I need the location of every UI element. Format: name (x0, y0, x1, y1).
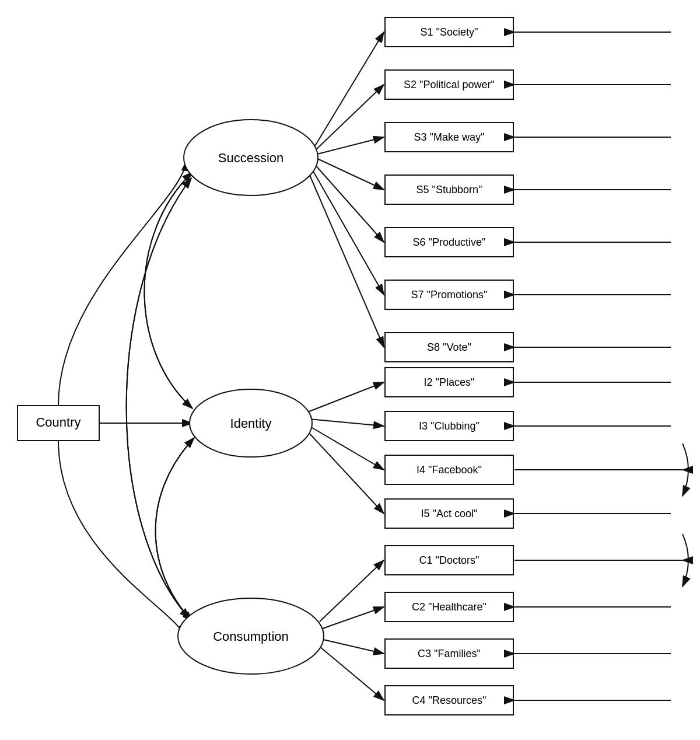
cons-to-c4 (320, 647, 384, 700)
s3-label: S3 "Make way" (414, 131, 485, 143)
s1-label: S1 "Society" (421, 26, 478, 38)
ident-to-i3 (309, 419, 384, 426)
c2-label: C2 "Healthcare" (412, 601, 487, 613)
succ-to-s6 (314, 163, 384, 242)
country-label: Country (36, 415, 80, 430)
i4-label: I4 "Facebook" (416, 464, 482, 476)
country-to-consumption (58, 441, 184, 636)
i5-label: I5 "Act cool" (421, 508, 478, 519)
c4-label: C4 "Resources" (412, 694, 487, 706)
succ-cons-curved (127, 178, 191, 619)
succ-identity-curved-down (145, 172, 193, 409)
s7-label: S7 "Promotions" (411, 289, 488, 301)
succ-to-s3 (315, 137, 384, 155)
succ-to-s1 (315, 32, 384, 146)
identity-succ-curved-up (145, 172, 193, 409)
cons-ident-curved (156, 438, 194, 622)
i4-curved-right (682, 444, 688, 496)
ident-to-i5 (308, 432, 384, 514)
i3-label: I3 "Clubbing" (419, 420, 480, 432)
identity-label: Identity (230, 416, 272, 431)
succession-label: Succession (218, 151, 284, 165)
ident-to-i4 (309, 426, 384, 470)
i2-label: I2 "Places" (424, 376, 475, 388)
consumption-label: Consumption (213, 629, 289, 644)
s5-label: S5 "Stubborn" (416, 184, 482, 196)
cons-to-c2 (321, 607, 384, 629)
succ-to-s2 (315, 85, 384, 151)
s2-label: S2 "Political power" (404, 79, 495, 90)
c1-label: C1 "Doctors" (419, 554, 480, 566)
country-to-succession (58, 160, 187, 406)
s6-label: S6 "Productive" (413, 236, 486, 248)
cons-to-c1 (320, 560, 384, 622)
succ-to-s7 (312, 169, 384, 295)
diagram: S1 "Society" S2 "Political power" S3 "Ma… (0, 0, 700, 740)
s8-label: S8 "Vote" (427, 341, 471, 353)
c3-label: C3 "Families" (418, 648, 481, 659)
succ-to-s5 (315, 158, 384, 190)
ident-to-i2 (309, 382, 384, 411)
cons-succ-curved (127, 178, 191, 619)
cons-to-c3 (321, 639, 384, 654)
ident-cons-curved (156, 438, 194, 622)
c1-curved-right (682, 534, 688, 587)
